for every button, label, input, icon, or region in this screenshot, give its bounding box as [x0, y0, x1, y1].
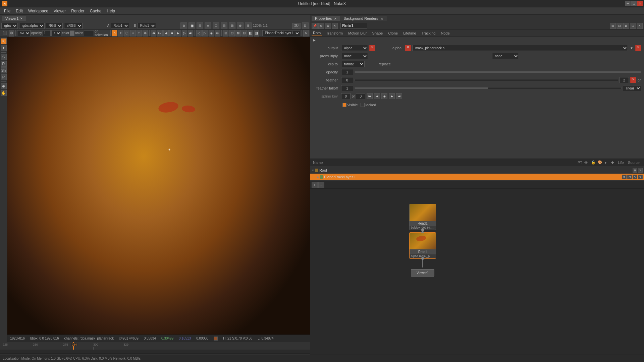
viewer-canvas[interactable]: +	[7, 37, 310, 335]
root-btn-2[interactable]: ✎	[638, 168, 643, 173]
premultiply-select-2[interactable]: none	[492, 53, 519, 59]
roto-a-select[interactable]: Roto1	[111, 23, 129, 29]
onion-input[interactable]: 0.5	[84, 30, 94, 36]
viewer-icon-7[interactable]: ⊞	[229, 22, 235, 29]
spline-key-input[interactable]	[341, 93, 351, 99]
opacity-slider[interactable]	[355, 71, 641, 73]
roto-frame-out[interactable]: ◨	[254, 30, 259, 37]
tool-4[interactable]: R	[1, 61, 7, 67]
roto-add-key[interactable]: ◈	[209, 30, 214, 37]
roto-zoom-fit[interactable]: ⊞	[223, 30, 228, 37]
roto-step-fwd[interactable]: ▷	[182, 30, 187, 37]
roto-tool-4[interactable]: ○	[130, 30, 136, 37]
props-tab-bg-renders[interactable]: Background Renders ✕	[340, 16, 386, 21]
viewer1-tab[interactable]: Viewer1 ✕	[2, 16, 26, 21]
spline-next[interactable]: ▶	[389, 93, 395, 99]
roto-subtab-tracking[interactable]: Tracking	[420, 31, 437, 36]
output-x-btn[interactable]: ✕	[369, 45, 375, 51]
menu-cache[interactable]: Cache	[87, 8, 104, 14]
rgba-select[interactable]: rgba	[1, 23, 18, 29]
viewer-icon-2[interactable]: ▣	[189, 22, 195, 29]
roto-tool-2[interactable]: ✦	[118, 30, 123, 37]
maximize-button[interactable]: □	[631, 1, 637, 6]
roto-play-last[interactable]: ⏭	[188, 30, 193, 37]
feather-x-btn[interactable]: ✕	[630, 77, 636, 83]
menu-help[interactable]: Help	[104, 8, 118, 14]
props-close[interactable]: ✕	[332, 23, 338, 29]
roto-subtab-node[interactable]: Node	[439, 31, 451, 36]
tree-root[interactable]: ▼ Root ⊞ ✎	[310, 167, 644, 174]
expand-arrow[interactable]: ▶	[313, 38, 316, 42]
viewer-icon-4[interactable]: ≡	[205, 22, 211, 29]
roto-subtab-shape[interactable]: Shape	[371, 31, 384, 36]
viewer-icon-settings[interactable]: ⚙	[302, 22, 309, 29]
props-icon5[interactable]: ✕	[637, 23, 643, 29]
rgb-select[interactable]: RGB	[46, 23, 63, 29]
feather-num-2[interactable]	[620, 77, 629, 83]
output-select[interactable]: alpha	[341, 45, 368, 51]
roto-play-fwd[interactable]: ▶	[175, 30, 181, 37]
composite-select[interactable]: over	[17, 30, 31, 36]
feather-num-input[interactable]	[341, 77, 353, 83]
viewer1-tab-close[interactable]: ✕	[20, 17, 23, 20]
layer-select[interactable]: PlanarTrackLayer1	[262, 30, 300, 36]
props-icon1[interactable]: ⊞	[610, 23, 616, 29]
node-name-input[interactable]	[340, 23, 367, 29]
roto-settings-btn[interactable]: ⚙	[9, 30, 14, 37]
read1-output-conn[interactable]	[421, 229, 424, 231]
viewer1-node[interactable]: Viewer1	[411, 269, 434, 277]
colorspace-select[interactable]: sRGB	[64, 23, 83, 29]
feather-slider[interactable]	[355, 79, 618, 81]
roto-zoom-100[interactable]: ⊡	[229, 30, 234, 37]
roto-frame-in[interactable]: ◧	[248, 30, 253, 37]
menu-file[interactable]: File	[1, 8, 13, 14]
roto-play-first[interactable]: ⏮	[151, 30, 156, 37]
timeline-track[interactable]	[0, 350, 310, 353]
mode-2d-button[interactable]: 2D	[292, 23, 301, 29]
tool-2[interactable]: ✦	[1, 45, 7, 51]
props-tab-properties[interactable]: Properties ✕	[312, 16, 340, 21]
roto-subtab-clone[interactable]: Clone	[387, 31, 399, 36]
viewer-icon-8[interactable]: ⊕	[237, 22, 244, 29]
alpha-x-btn[interactable]: ✕	[405, 45, 411, 51]
props-tab-close[interactable]: ✕	[334, 17, 337, 20]
spline-first[interactable]: ⏮	[367, 93, 373, 99]
minimize-button[interactable]: ─	[625, 1, 631, 6]
name-add-btn[interactable]: +	[312, 182, 318, 188]
viewer-icon-pause[interactable]: ⏸	[245, 22, 252, 29]
root-btn-1[interactable]: ⊞	[633, 168, 637, 173]
layer1-btn-3[interactable]: ✎	[633, 175, 637, 179]
all-select[interactable]: all	[51, 30, 61, 36]
locked-checkbox[interactable]	[361, 103, 365, 107]
roto-del-key[interactable]: ⊗	[215, 30, 220, 37]
props-icon2[interactable]: ⊟	[616, 23, 623, 29]
clip-to-select[interactable]: format	[341, 61, 365, 67]
roto-stop[interactable]: ■	[169, 30, 175, 37]
tool-6[interactable]: P	[1, 74, 7, 80]
spline-last[interactable]: ⏭	[396, 93, 402, 99]
props-copy[interactable]: ⊕	[318, 23, 324, 29]
tool-zoom[interactable]: ⊕	[1, 83, 7, 89]
roto-subtab-transform[interactable]: Transform	[325, 31, 344, 36]
spline-total-input[interactable]	[356, 93, 365, 99]
alpha-channel-select[interactable]: rgba.alpha	[19, 23, 45, 29]
mask-select[interactable]: mask_planartrack.a	[412, 45, 628, 51]
premultiply-select-1[interactable]: none	[341, 53, 368, 59]
props-icon3[interactable]: ⊠	[623, 23, 629, 29]
menu-workspace[interactable]: Workspace	[25, 8, 51, 14]
timeline-ruler[interactable]: 225 250 275 300 329 284	[0, 342, 310, 350]
spline-prev[interactable]: ◀	[374, 93, 380, 99]
bg-renders-tab-close[interactable]: ✕	[381, 17, 383, 20]
roto-play-back[interactable]: ⏭	[157, 30, 162, 37]
viewer-icon-5[interactable]: ⊡	[213, 22, 219, 29]
props-icon4[interactable]: ⊡	[630, 23, 636, 29]
roto-step-back[interactable]: ◀	[163, 30, 169, 37]
tree-layer1[interactable]: ▶ PlanarTrackLayer1 ⊞ ⊡ ✎ ✎	[310, 174, 644, 180]
roto1-output-conn[interactable]	[421, 257, 424, 260]
roto-b-select[interactable]: Roto1	[138, 23, 156, 29]
menu-render[interactable]: Render	[68, 8, 87, 14]
roto-tool-clone[interactable]: ⊕	[143, 30, 148, 37]
read1-node[interactable]: Read1 baldev_00284.png	[409, 204, 436, 230]
tool-pointer[interactable]: ↖	[1, 38, 7, 44]
tool-3[interactable]: S	[1, 54, 7, 60]
